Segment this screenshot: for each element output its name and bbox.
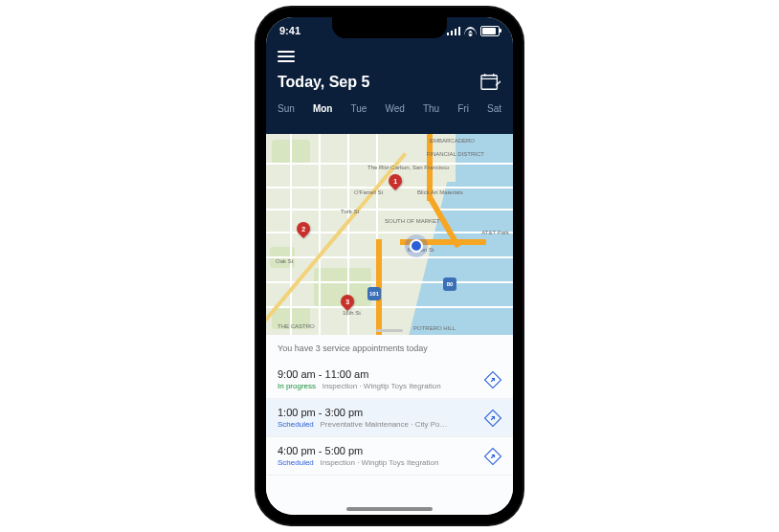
appointments-summary: You have 3 service appointments today [266,335,513,361]
day-tab-sat[interactable]: Sat [485,101,503,116]
menu-icon[interactable] [278,51,295,62]
home-indicator[interactable] [346,507,433,511]
appointment-row[interactable]: 1:00 pm - 3:00 pmScheduled Preventative … [266,399,513,437]
screen: 9:41 Today, Sep 5 [266,17,513,515]
appointment-time: 4:00 pm - 5:00 pm [278,445,438,456]
map-label-financial: FINANCIAL DISTRICT [427,151,484,157]
appointment-time: 1:00 pm - 3:00 pm [278,407,450,418]
directions-icon[interactable] [484,371,501,388]
map-label-ritz: The Ritz-Carlton, San Francisco [367,165,449,170]
appointment-time: 9:00 am - 11:00 am [278,368,441,380]
day-tabs: SunMonTueWedThuFriSat [266,101,513,116]
map-label-att: AT&T Park [481,230,509,235]
wifi-icon [464,27,477,35]
map-label-som: SOUTH OF MARKET [385,218,440,224]
appointment-meta: In progress Inspection · Wingtip Toys It… [278,382,441,390]
battery-icon [480,26,500,36]
svg-rect-0 [481,76,497,90]
day-tab-mon[interactable]: Mon [311,101,335,116]
map-label-ofarrell: O'Farrell St [354,189,383,195]
day-tab-wed[interactable]: Wed [383,101,406,116]
map-label-16th: 16th St [343,310,361,316]
directions-icon[interactable] [484,410,501,427]
status-time: 9:41 [279,25,300,36]
page-title: Today, Sep 5 [278,74,369,91]
appointment-status: In progress [278,382,316,390]
map-view[interactable]: EMBARCADERO FINANCIAL DISTRICT The Ritz-… [266,134,513,335]
appointment-meta: Scheduled Preventative Maintenance · Cit… [278,420,450,429]
day-tab-tue[interactable]: Tue [349,101,369,116]
phone-frame: 9:41 Today, Sep 5 [256,8,523,524]
signal-icon [447,27,460,35]
current-location-marker [410,239,423,253]
day-tab-fri[interactable]: Fri [456,101,471,116]
map-label-blick: Blick Art Materials [417,189,463,195]
map-label-potrero: POTRERO HILL [413,325,456,331]
appointment-status: Scheduled [278,420,314,429]
hwy-shield-101: 101 [367,287,381,300]
appointment-row[interactable]: 4:00 pm - 5:00 pmScheduled Inspection · … [266,437,513,476]
day-tab-thu[interactable]: Thu [421,101,441,116]
appointment-status: Scheduled [278,458,314,467]
map-label-embarcadero: EMBARCADERO [430,138,475,144]
appointment-row[interactable]: 9:00 am - 11:00 amIn progress Inspection… [266,361,513,399]
map-pin-2[interactable]: 2 [294,219,313,238]
map-label-oak: Oak St [276,258,293,264]
directions-icon[interactable] [484,448,501,465]
notch [332,17,447,38]
map-label-castro: THE CASTRO [278,323,315,329]
appointment-meta: Scheduled Inspection · Wingtip Toys Iteg… [278,458,438,467]
day-tab-sun[interactable]: Sun [276,101,297,116]
calendar-icon[interactable] [480,73,501,92]
map-label-turk: Turk St [341,209,359,214]
panel-drag-handle[interactable] [376,329,403,332]
appointments-panel: You have 3 service appointments today 9:… [266,335,513,515]
hwy-shield-80: 80 [443,277,456,291]
